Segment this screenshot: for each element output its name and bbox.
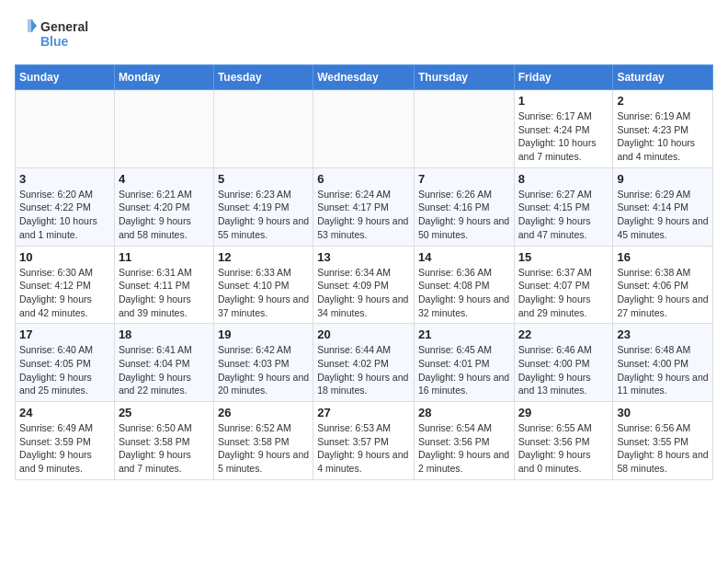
day-number: 25 — [119, 406, 210, 419]
calendar-cell: 22Sunrise: 6:46 AM Sunset: 4:00 PM Dayli… — [514, 324, 613, 402]
calendar-cell: 12Sunrise: 6:33 AM Sunset: 4:10 PM Dayli… — [213, 246, 313, 324]
calendar-cell: 8Sunrise: 6:27 AM Sunset: 4:15 PM Daylig… — [514, 167, 613, 246]
day-info: Sunrise: 6:45 AM Sunset: 4:01 PM Dayligh… — [418, 343, 510, 397]
day-info: Sunrise: 6:34 AM Sunset: 4:09 PM Dayligh… — [317, 266, 410, 320]
day-number: 7 — [418, 172, 510, 186]
calendar-body: 1Sunrise: 6:17 AM Sunset: 4:24 PM Daylig… — [16, 90, 713, 480]
calendar-cell: 28Sunrise: 6:54 AM Sunset: 3:56 PM Dayli… — [414, 402, 514, 480]
day-number: 20 — [317, 327, 410, 341]
day-number: 16 — [617, 250, 709, 264]
calendar-cell: 13Sunrise: 6:34 AM Sunset: 4:09 PM Dayli… — [313, 246, 415, 324]
day-info: Sunrise: 6:37 AM Sunset: 4:07 PM Dayligh… — [518, 266, 609, 320]
day-number: 9 — [617, 172, 709, 186]
calendar-cell: 19Sunrise: 6:42 AM Sunset: 4:03 PM Dayli… — [213, 324, 313, 402]
calendar-cell — [414, 90, 514, 168]
calendar-cell: 16Sunrise: 6:38 AM Sunset: 4:06 PM Dayli… — [613, 246, 713, 324]
day-number: 18 — [119, 327, 210, 341]
day-info: Sunrise: 6:27 AM Sunset: 4:15 PM Dayligh… — [518, 188, 609, 242]
day-info: Sunrise: 6:54 AM Sunset: 3:56 PM Dayligh… — [418, 421, 510, 476]
day-info: Sunrise: 6:42 AM Sunset: 4:03 PM Dayligh… — [218, 343, 309, 397]
calendar-cell: 6Sunrise: 6:24 AM Sunset: 4:17 PM Daylig… — [313, 167, 415, 246]
week-row-1: 1Sunrise: 6:17 AM Sunset: 4:24 PM Daylig… — [16, 90, 713, 168]
day-number: 22 — [518, 327, 609, 341]
calendar-cell: 4Sunrise: 6:21 AM Sunset: 4:20 PM Daylig… — [114, 167, 213, 246]
day-number: 2 — [617, 94, 709, 108]
calendar-cell: 27Sunrise: 6:53 AM Sunset: 3:57 PM Dayli… — [313, 402, 415, 480]
svg-rect-3 — [28, 19, 33, 32]
calendar-cell: 29Sunrise: 6:55 AM Sunset: 3:56 PM Dayli… — [514, 402, 613, 480]
day-number: 1 — [518, 94, 609, 108]
day-info: Sunrise: 6:33 AM Sunset: 4:10 PM Dayligh… — [218, 266, 309, 320]
header-day-sunday: Sunday — [16, 65, 115, 90]
day-number: 8 — [518, 172, 609, 186]
day-info: Sunrise: 6:29 AM Sunset: 4:14 PM Dayligh… — [617, 188, 709, 242]
day-number: 21 — [418, 327, 510, 341]
day-number: 24 — [19, 406, 110, 419]
day-info: Sunrise: 6:38 AM Sunset: 4:06 PM Dayligh… — [617, 266, 709, 320]
day-info: Sunrise: 6:20 AM Sunset: 4:22 PM Dayligh… — [19, 188, 110, 242]
header-day-wednesday: Wednesday — [313, 65, 415, 90]
calendar-cell: 15Sunrise: 6:37 AM Sunset: 4:07 PM Dayli… — [514, 246, 613, 324]
header-day-monday: Monday — [114, 65, 213, 90]
day-info: Sunrise: 6:48 AM Sunset: 4:00 PM Dayligh… — [617, 343, 709, 397]
calendar-cell — [114, 90, 213, 168]
day-info: Sunrise: 6:52 AM Sunset: 3:58 PM Dayligh… — [218, 421, 309, 476]
svg-text:General: General — [40, 19, 88, 34]
day-number: 15 — [518, 250, 609, 264]
day-number: 23 — [617, 327, 709, 341]
day-number: 5 — [218, 172, 309, 186]
calendar-cell: 1Sunrise: 6:17 AM Sunset: 4:24 PM Daylig… — [514, 90, 613, 168]
logo-svg: General Blue — [15, 15, 97, 53]
header-day-thursday: Thursday — [414, 65, 514, 90]
calendar-cell: 7Sunrise: 6:26 AM Sunset: 4:16 PM Daylig… — [414, 167, 514, 246]
calendar-cell — [16, 90, 115, 168]
day-number: 4 — [119, 172, 210, 186]
week-row-5: 24Sunrise: 6:49 AM Sunset: 3:59 PM Dayli… — [16, 402, 713, 480]
calendar-cell: 30Sunrise: 6:56 AM Sunset: 3:55 PM Dayli… — [613, 402, 713, 480]
day-number: 14 — [418, 250, 510, 264]
day-info: Sunrise: 6:53 AM Sunset: 3:57 PM Dayligh… — [317, 421, 410, 476]
day-number: 26 — [218, 406, 309, 419]
day-info: Sunrise: 6:21 AM Sunset: 4:20 PM Dayligh… — [119, 188, 210, 242]
day-number: 13 — [317, 250, 410, 264]
day-info: Sunrise: 6:40 AM Sunset: 4:05 PM Dayligh… — [19, 343, 110, 397]
header-day-saturday: Saturday — [613, 65, 713, 90]
calendar-cell: 2Sunrise: 6:19 AM Sunset: 4:23 PM Daylig… — [613, 90, 713, 168]
calendar-cell: 17Sunrise: 6:40 AM Sunset: 4:05 PM Dayli… — [16, 324, 115, 402]
day-info: Sunrise: 6:31 AM Sunset: 4:11 PM Dayligh… — [119, 266, 210, 320]
page-header: General Blue — [15, 15, 713, 53]
day-info: Sunrise: 6:44 AM Sunset: 4:02 PM Dayligh… — [317, 343, 410, 397]
day-info: Sunrise: 6:30 AM Sunset: 4:12 PM Dayligh… — [19, 266, 110, 320]
calendar-cell: 20Sunrise: 6:44 AM Sunset: 4:02 PM Dayli… — [313, 324, 415, 402]
day-info: Sunrise: 6:49 AM Sunset: 3:59 PM Dayligh… — [19, 421, 110, 476]
calendar-cell: 9Sunrise: 6:29 AM Sunset: 4:14 PM Daylig… — [613, 167, 713, 246]
day-number: 27 — [317, 406, 410, 419]
day-info: Sunrise: 6:26 AM Sunset: 4:16 PM Dayligh… — [418, 188, 510, 242]
week-row-2: 3Sunrise: 6:20 AM Sunset: 4:22 PM Daylig… — [16, 167, 713, 246]
day-info: Sunrise: 6:23 AM Sunset: 4:19 PM Dayligh… — [218, 188, 309, 242]
calendar-cell: 11Sunrise: 6:31 AM Sunset: 4:11 PM Dayli… — [114, 246, 213, 324]
day-info: Sunrise: 6:36 AM Sunset: 4:08 PM Dayligh… — [418, 266, 510, 320]
calendar-table: SundayMondayTuesdayWednesdayThursdayFrid… — [15, 64, 713, 480]
header-day-friday: Friday — [514, 65, 613, 90]
week-row-3: 10Sunrise: 6:30 AM Sunset: 4:12 PM Dayli… — [16, 246, 713, 324]
day-number: 17 — [19, 327, 110, 341]
calendar-header: SundayMondayTuesdayWednesdayThursdayFrid… — [16, 65, 713, 90]
day-number: 12 — [218, 250, 309, 264]
svg-text:Blue: Blue — [40, 34, 69, 49]
day-number: 3 — [19, 172, 110, 186]
day-number: 6 — [317, 172, 410, 186]
calendar-cell: 5Sunrise: 6:23 AM Sunset: 4:19 PM Daylig… — [213, 167, 313, 246]
calendar-cell: 25Sunrise: 6:50 AM Sunset: 3:58 PM Dayli… — [114, 402, 213, 480]
day-info: Sunrise: 6:24 AM Sunset: 4:17 PM Dayligh… — [317, 188, 410, 242]
calendar-cell — [313, 90, 415, 168]
day-number: 11 — [119, 250, 210, 264]
calendar-cell: 3Sunrise: 6:20 AM Sunset: 4:22 PM Daylig… — [16, 167, 115, 246]
day-info: Sunrise: 6:50 AM Sunset: 3:58 PM Dayligh… — [119, 421, 210, 476]
calendar-cell: 18Sunrise: 6:41 AM Sunset: 4:04 PM Dayli… — [114, 324, 213, 402]
calendar-cell: 26Sunrise: 6:52 AM Sunset: 3:58 PM Dayli… — [213, 402, 313, 480]
day-number: 29 — [518, 406, 609, 419]
calendar-cell: 21Sunrise: 6:45 AM Sunset: 4:01 PM Dayli… — [414, 324, 514, 402]
calendar-cell — [213, 90, 313, 168]
day-info: Sunrise: 6:56 AM Sunset: 3:55 PM Dayligh… — [617, 421, 709, 476]
